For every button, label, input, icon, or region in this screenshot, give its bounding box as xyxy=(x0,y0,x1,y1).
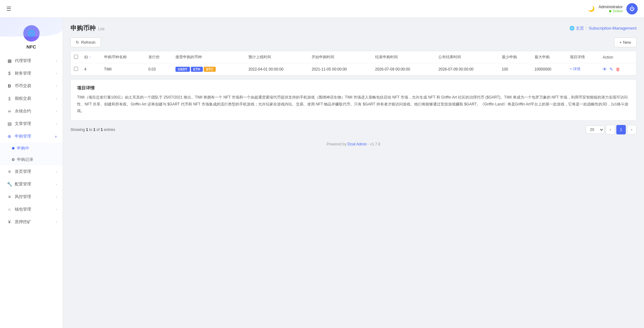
th-detail: 项目详情 xyxy=(567,51,599,63)
select-all-checkbox[interactable] xyxy=(74,55,78,59)
breadcrumb-current: Subscription-Management xyxy=(589,26,636,31)
page-size-select[interactable]: 20 50 100 xyxy=(586,126,604,134)
th-end: 结束申购时间 xyxy=(372,51,435,63)
refresh-icon: ↻ xyxy=(76,40,79,45)
th-min: 最少申购 xyxy=(499,51,531,63)
sidebar-item-label-mining: 质押挖矿 xyxy=(15,219,31,225)
refresh-button[interactable]: ↻ Refresh xyxy=(70,37,101,47)
sidebar-item-finance[interactable]: $ 财务管理 ‹ xyxy=(0,67,63,80)
status-dot xyxy=(609,10,611,12)
page-header: 申购币种 List 🌐 主页 / Subscription-Management xyxy=(70,24,636,32)
breadcrumb: 🌐 主页 / Subscription-Management xyxy=(569,25,636,31)
sidebar-item-currency[interactable]: B 币币交易 ‹ xyxy=(0,80,63,92)
cell-start-0: 2021-11-05 00:00:00 xyxy=(308,63,372,75)
subscription-submenu: 申购中 申购记录 xyxy=(0,143,63,165)
table-header-row: ID ↑ 申购币种名称 发行价 接受申购的币种 预计上线时间 开始申购时间 结束… xyxy=(71,51,636,63)
action-icons-0: 👁✎🗑 xyxy=(602,67,633,72)
sidebar-item-article[interactable]: ▤ 文章管理 ‹ xyxy=(0,117,63,130)
chevron-icon: ‹ xyxy=(56,183,57,186)
th-id-label: ID xyxy=(84,55,88,59)
row-checkbox-0[interactable] xyxy=(74,67,78,71)
chevron-icon: ‹ xyxy=(56,122,57,126)
th-launch: 预计上线时间 xyxy=(245,51,308,63)
sidebar-item-label-agent: 代理管理 xyxy=(15,58,31,64)
power-button[interactable]: ⏻ xyxy=(626,3,638,14)
sidebar-item-sub-records[interactable]: 申购记录 xyxy=(0,154,63,165)
footer-link[interactable]: Dcat Admin xyxy=(347,142,367,146)
th-select-all[interactable] xyxy=(71,51,81,63)
table-wrapper: ID ↑ 申购币种名称 发行价 接受申购的币种 预计上线时间 开始申购时间 结束… xyxy=(71,51,636,75)
page-1-button[interactable]: 1 xyxy=(616,125,626,134)
home-icon: 🌐 xyxy=(569,26,575,31)
chevron-icon: ‹ xyxy=(56,84,57,88)
th-price: 发行价 xyxy=(145,51,172,63)
sidebar-item-label-options: 期权交易 xyxy=(15,96,31,101)
table-card: ID ↑ 申购币种名称 发行价 接受申购的币种 预计上线时间 开始申购时间 结束… xyxy=(70,51,636,76)
chevron-icon: ‹ xyxy=(56,59,57,63)
next-page-button[interactable]: › xyxy=(627,125,636,134)
sort-asc-icon[interactable]: ↑ xyxy=(89,55,91,59)
sidebar-item-config[interactable]: 🔧 配置管理 ‹ xyxy=(0,178,63,190)
th-name: 申购币种名称 xyxy=(101,51,145,63)
user-name: Administrator xyxy=(598,4,623,9)
sidebar-item-label-home-mgmt: 首页管理 xyxy=(15,169,31,174)
th-action: Action xyxy=(599,51,636,63)
toolbar: ↻ Refresh + New xyxy=(70,37,636,47)
delete-button-0[interactable]: 🗑 xyxy=(616,67,620,72)
logo-icon: 🌐 xyxy=(23,25,40,42)
sidebar-item-subscribing[interactable]: 申购中 xyxy=(0,143,63,154)
showing-text: Showing 1 to 1 of 1 entries xyxy=(70,127,115,132)
chevron-icon: ‹ xyxy=(56,220,57,224)
sidebar-item-perpetual[interactable]: ∞ 永续合约 ‹ xyxy=(0,105,63,117)
data-table: ID ↑ 申购币种名称 发行价 接受申购的币种 预计上线时间 开始申购时间 结束… xyxy=(71,51,636,75)
sidebar-item-home-mgmt[interactable]: ≡ 首页管理 ‹ xyxy=(0,165,63,178)
agent-icon: ▦ xyxy=(7,58,12,63)
cell-action-0: 👁✎🗑 xyxy=(599,63,636,75)
header-left: ☰ xyxy=(6,5,11,12)
cell-detail-0: ≈ 详情 xyxy=(567,63,599,75)
breadcrumb-separator: / xyxy=(586,26,587,31)
cell-id-0: 4 xyxy=(81,63,101,75)
breadcrumb-home[interactable]: 🌐 主页 xyxy=(569,25,584,31)
sidebar-item-agent[interactable]: ▦ 代理管理 ‹ xyxy=(0,54,63,67)
mining-icon: ¥ xyxy=(7,219,12,224)
sidebar-item-label-article: 文章管理 xyxy=(15,121,31,127)
layout: 🌐 NFC ▦ 代理管理 ‹ $ 财务管理 ‹ xyxy=(0,0,644,328)
user-status: Online xyxy=(609,9,623,13)
home-mgmt-icon: ≡ xyxy=(7,169,12,174)
subscription-icon: ⊕ xyxy=(7,134,12,139)
chevron-icon: ‹ xyxy=(56,110,57,113)
new-button[interactable]: + New xyxy=(614,37,636,47)
hamburger-icon[interactable]: ☰ xyxy=(6,5,11,12)
sidebar-item-risk[interactable]: ≡ 风控管理 ‹ xyxy=(0,190,63,203)
main-content: 申购币种 List 🌐 主页 / Subscription-Management… xyxy=(63,18,644,328)
finance-icon: $ xyxy=(7,71,12,76)
sidebar-item-label-risk: 风控管理 xyxy=(15,194,31,200)
article-icon: ▤ xyxy=(7,121,12,126)
edit-button-0[interactable]: ✎ xyxy=(609,67,613,72)
th-result: 公布结果时间 xyxy=(435,51,498,63)
sidebar-item-options[interactable]: ₿ 期权交易 ‹ xyxy=(0,92,63,105)
view-button-0[interactable]: 👁 xyxy=(602,67,607,72)
prev-page-button[interactable]: ‹ xyxy=(606,125,615,134)
detail-link-0[interactable]: ≈ 详情 xyxy=(570,66,596,72)
refresh-label: Refresh xyxy=(81,40,96,45)
perpetual-icon: ∞ xyxy=(7,109,12,114)
chevron-down-icon: ∨ xyxy=(55,135,57,138)
cell-result-0: 2026-07-09 00:00:00 xyxy=(435,63,498,75)
detail-panel: 项目详情 TIMI（项目总发行量100亿）由土耳其的一个团队于 25/07/20… xyxy=(70,79,636,121)
chevron-icon: ‹ xyxy=(56,195,57,199)
cell-end-0: 2026-07-09 00:00:00 xyxy=(372,63,435,75)
cell-min-0: 100 xyxy=(499,63,531,75)
cell-launch-0: 2022-04-01 00:00:00 xyxy=(245,63,308,75)
logo-text: NFC xyxy=(26,44,36,49)
pagination: 20 50 100 ‹ 1 › xyxy=(586,125,636,134)
th-max: 最大申购 xyxy=(531,51,567,63)
sidebar-item-wallet[interactable]: ○ 钱包管理 ‹ xyxy=(0,203,63,216)
moon-icon[interactable]: 🌙 xyxy=(588,5,595,12)
sidebar-item-mining[interactable]: ¥ 质押挖矿 ‹ xyxy=(0,216,63,228)
chevron-icon: ‹ xyxy=(56,170,57,173)
sub-item-label-records: 申购记录 xyxy=(17,157,33,162)
sidebar-item-subscription[interactable]: ⊕ 申购管理 ∨ xyxy=(0,130,63,143)
wallet-icon: ○ xyxy=(7,207,12,212)
